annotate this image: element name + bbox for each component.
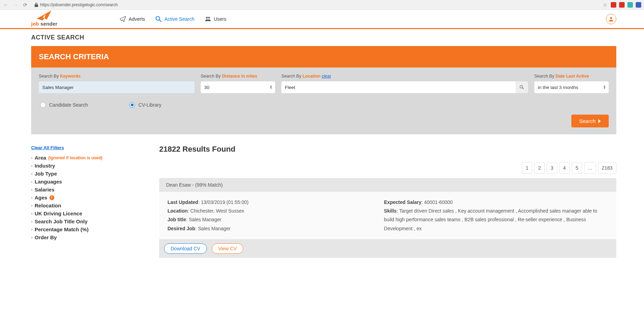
chevron-right-icon: ›: [31, 155, 33, 160]
svg-point-0: [156, 16, 160, 20]
users-icon: [205, 16, 211, 22]
page-button[interactable]: 5: [572, 162, 582, 174]
keywords-label: Search By Keywords: [39, 74, 194, 79]
clear-all-filters-link[interactable]: Clear All Filters: [31, 145, 64, 150]
page-button[interactable]: 1: [522, 162, 532, 174]
reload-button[interactable]: ⟳: [22, 2, 28, 8]
chevron-right-icon: ›: [31, 211, 33, 216]
location-label: Search By Location clear: [281, 74, 528, 79]
filter-area[interactable]: ›Area (Ignored if location is used): [31, 154, 145, 162]
logo-text: job sender: [31, 21, 57, 27]
url-bar[interactable]: https://jobsender.prestigelogic.com/sear…: [32, 1, 599, 8]
chevron-right-icon: ›: [31, 227, 33, 232]
filter-relocation[interactable]: ›Relocation: [31, 202, 145, 209]
chevron-right-icon: ›: [31, 195, 33, 200]
search-icon: [519, 85, 524, 90]
card-title: Dean Esaw - (99% Match): [159, 178, 616, 192]
page-button[interactable]: 2183: [598, 162, 616, 174]
logo[interactable]: job sender: [31, 11, 57, 27]
lock-icon: [35, 3, 38, 7]
nav-users[interactable]: Users: [205, 16, 227, 22]
filter-industry[interactable]: ›Industry: [31, 162, 145, 170]
page-ellipsis: ...: [584, 162, 596, 174]
chevron-right-icon: ›: [31, 171, 33, 176]
criteria-header: SEARCH CRITERIA: [31, 46, 616, 68]
extension-icon[interactable]: [636, 2, 641, 8]
filter-languages[interactable]: ›Languages: [31, 178, 145, 186]
clear-location-link[interactable]: clear: [322, 74, 331, 79]
url-text: https://jobsender.prestigelogic.com/sear…: [40, 2, 118, 7]
chevron-right-icon: ›: [31, 219, 33, 224]
page-title: ACTIVE SEARCH: [31, 34, 616, 41]
radio-cv-library[interactable]: CV-Library: [129, 102, 161, 108]
date-select[interactable]: [534, 81, 609, 93]
svg-line-6: [523, 88, 524, 89]
pagination: 1 2 3 4 5 ... 2183: [159, 162, 616, 174]
filters-sidebar: Clear All Filters ›Area (Ignored if loca…: [31, 145, 145, 258]
bookmark-star-icon[interactable]: ☆: [603, 2, 607, 8]
chevron-right-icon: ›: [31, 203, 33, 208]
distance-select[interactable]: [201, 81, 275, 93]
person-icon: [609, 17, 614, 21]
back-button[interactable]: ←: [3, 2, 9, 8]
filter-job-title-only[interactable]: ›Search Job Title Only: [31, 217, 145, 225]
profile-button[interactable]: [606, 14, 616, 24]
search-icon: [155, 16, 162, 22]
chevron-right-icon: ›: [31, 163, 33, 168]
filter-driving-licence[interactable]: ›UK Driving Licence: [31, 209, 145, 217]
chevron-right-icon: [598, 119, 601, 123]
chevron-right-icon: ›: [31, 187, 33, 192]
forward-button[interactable]: →: [12, 2, 19, 8]
svg-line-1: [160, 20, 162, 22]
nav-active-search[interactable]: Active Search: [155, 16, 194, 22]
result-card: Dean Esaw - (99% Match) Last Updated: 13…: [159, 178, 616, 258]
paper-plane-icon: [35, 10, 54, 22]
location-input[interactable]: [281, 81, 516, 93]
radio-candidate-search[interactable]: Candidate Search: [40, 102, 88, 108]
top-nav: job sender Adverts Active Search Users: [0, 10, 644, 29]
results-heading: 21822 Results Found: [159, 145, 616, 154]
extension-icon[interactable]: [627, 2, 633, 8]
extensions-group: [611, 2, 641, 8]
filter-job-type[interactable]: ›Job Type: [31, 170, 145, 178]
location-search-button[interactable]: [516, 81, 528, 93]
filter-ages[interactable]: ›Ages i: [31, 194, 145, 202]
svg-point-2: [206, 17, 208, 18]
distance-label: Search By Distance in miles: [201, 74, 275, 79]
svg-point-3: [208, 17, 210, 18]
chevron-right-icon: ›: [31, 235, 33, 240]
svg-point-5: [520, 86, 523, 88]
keywords-input[interactable]: [39, 81, 194, 93]
date-label: Search By Date Last Active: [534, 74, 609, 79]
browser-toolbar: ← → ⟳ https://jobsender.prestigelogic.co…: [0, 0, 644, 10]
extension-icon[interactable]: [611, 2, 616, 8]
filter-order-by[interactable]: ›Order By: [31, 233, 145, 241]
nav-adverts[interactable]: Adverts: [120, 16, 145, 22]
info-icon: i: [49, 195, 54, 200]
view-cv-button[interactable]: View CV: [212, 243, 243, 254]
page-button[interactable]: 3: [547, 162, 557, 174]
search-criteria-panel: SEARCH CRITERIA Search By Keywords Searc…: [31, 46, 616, 134]
page-button[interactable]: 2: [534, 162, 545, 174]
chevron-right-icon: ›: [31, 179, 33, 184]
paper-plane-icon: [120, 16, 126, 22]
page-button[interactable]: 4: [559, 162, 570, 174]
download-cv-button[interactable]: Download CV: [164, 243, 207, 254]
filter-salaries[interactable]: ›Salaries: [31, 186, 145, 194]
filter-percentage-match[interactable]: ›Percentage Match (%): [31, 225, 145, 233]
svg-point-4: [610, 17, 612, 19]
extension-icon[interactable]: [619, 2, 625, 8]
search-button[interactable]: Search: [571, 115, 609, 127]
